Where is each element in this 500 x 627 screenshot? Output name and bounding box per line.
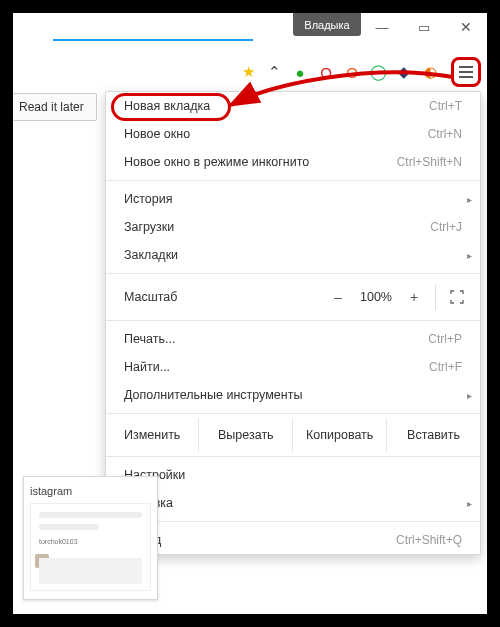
hamburger-icon [459, 71, 473, 73]
extensions-toolbar: ★ ⌃ ● O O ◯ ◆ ◐ [237, 59, 481, 85]
star-icon[interactable]: ★ [237, 61, 259, 83]
pocket-icon[interactable]: ⌃ [263, 61, 285, 83]
cut-button[interactable]: Вырезать [198, 418, 292, 452]
evernote-icon[interactable]: ● [289, 61, 311, 83]
main-menu-button[interactable] [451, 57, 481, 87]
main-menu: Новая вкладка Ctrl+T Новое окно Ctrl+N Н… [105, 91, 481, 555]
menu-item-print[interactable]: Печать... Ctrl+P [106, 325, 480, 353]
menu-item-bookmarks[interactable]: Закладки ▸ [106, 241, 480, 269]
zoom-out-button[interactable]: – [325, 284, 351, 310]
menu-label: Дополнительные инструменты [124, 388, 302, 402]
window-controls: — ▭ ✕ [361, 13, 487, 41]
thumbnail-title: istagram [30, 483, 151, 503]
menu-shortcut: Ctrl+T [429, 99, 462, 113]
menu-item-zoom: Масштаб – 100% + [106, 278, 480, 316]
menu-item-new-window[interactable]: Новое окно Ctrl+N [106, 120, 480, 148]
chevron-right-icon: ▸ [467, 390, 472, 401]
dashlane-icon[interactable]: ◆ [393, 61, 415, 83]
menu-item-incognito[interactable]: Новое окно в режиме инкогнито Ctrl+Shift… [106, 148, 480, 176]
copy-button[interactable]: Копировать [292, 418, 386, 452]
menu-label: Новое окно [124, 127, 190, 141]
menu-item-help[interactable]: Справка ▸ [106, 489, 480, 517]
menu-shortcut: Ctrl+N [428, 127, 462, 141]
menu-label: Найти... [124, 360, 170, 374]
green-circle-icon[interactable]: ◯ [367, 61, 389, 83]
menu-item-exit[interactable]: Выход Ctrl+Shift+Q [106, 526, 480, 554]
menu-item-new-tab[interactable]: Новая вкладка Ctrl+T [106, 92, 480, 120]
zoom-in-button[interactable]: + [401, 284, 427, 310]
active-tab-indicator [53, 39, 253, 41]
menu-separator [106, 521, 480, 522]
menu-separator [106, 180, 480, 181]
thumbnail-username: torchok0103 [39, 538, 78, 545]
menu-label: Закладки [124, 248, 178, 262]
speed-dial-thumbnail[interactable]: istagram torchok0103 [23, 476, 158, 600]
chevron-right-icon: ▸ [467, 498, 472, 509]
chevron-right-icon: ▸ [467, 194, 472, 205]
menu-shortcut: Ctrl+Shift+N [397, 155, 462, 169]
zoom-label: Масштаб [124, 290, 325, 304]
opera-icon[interactable]: O [315, 61, 337, 83]
origin-icon[interactable]: O [341, 61, 363, 83]
minimize-button[interactable]: — [361, 13, 403, 41]
chevron-right-icon: ▸ [467, 250, 472, 261]
menu-item-history[interactable]: История ▸ [106, 185, 480, 213]
fullscreen-icon [450, 290, 464, 304]
thumbnail-preview: torchok0103 [30, 503, 151, 591]
menu-shortcut: Ctrl+Shift+Q [396, 533, 462, 547]
menu-separator [106, 273, 480, 274]
menu-item-edit: Изменить Вырезать Копировать Вставить [106, 418, 480, 452]
menu-separator [106, 320, 480, 321]
fullscreen-button[interactable] [444, 284, 470, 310]
close-button[interactable]: ✕ [445, 13, 487, 41]
menu-label: Печать... [124, 332, 175, 346]
menu-label: Загрузки [124, 220, 174, 234]
avast-icon[interactable]: ◐ [419, 61, 441, 83]
divider [435, 284, 436, 310]
window-title: Владыка [293, 13, 361, 36]
menu-item-find[interactable]: Найти... Ctrl+F [106, 353, 480, 381]
menu-label: Новая вкладка [124, 99, 210, 113]
read-it-later-tab[interactable]: Read it later [11, 93, 97, 121]
menu-shortcut: Ctrl+F [429, 360, 462, 374]
menu-separator [106, 413, 480, 414]
maximize-button[interactable]: ▭ [403, 13, 445, 41]
menu-item-settings[interactable]: Настройки [106, 461, 480, 489]
menu-shortcut: Ctrl+P [428, 332, 462, 346]
menu-label: Новое окно в режиме инкогнито [124, 155, 309, 169]
browser-window: Владыка — ▭ ✕ ★ ⌃ ● O O ◯ ◆ ◐ Read it la… [10, 10, 490, 617]
menu-item-more-tools[interactable]: Дополнительные инструменты ▸ [106, 381, 480, 409]
edit-label: Изменить [106, 418, 198, 452]
menu-shortcut: Ctrl+J [430, 220, 462, 234]
paste-button[interactable]: Вставить [386, 418, 480, 452]
menu-label: История [124, 192, 172, 206]
menu-item-downloads[interactable]: Загрузки Ctrl+J [106, 213, 480, 241]
menu-separator [106, 456, 480, 457]
zoom-value: 100% [353, 290, 399, 304]
